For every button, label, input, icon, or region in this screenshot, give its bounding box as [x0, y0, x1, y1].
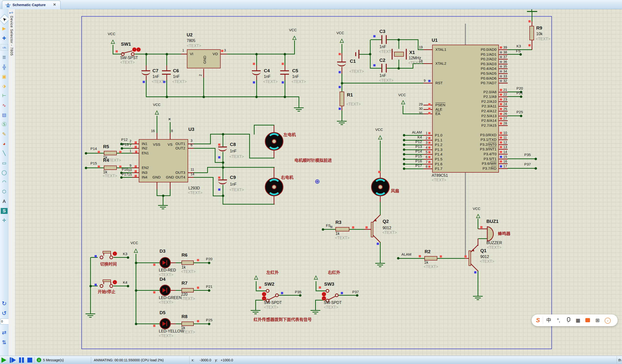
c9-ref: C9	[230, 175, 236, 180]
tab-schematic-capture[interactable]: Schematic Capture	[2, 0, 60, 9]
pin-number: 35	[503, 64, 507, 68]
pause-button[interactable]	[19, 357, 25, 363]
r9-ref: R9	[536, 25, 542, 31]
toolbar-tool[interactable]: ╲	[1, 150, 8, 157]
toolbar-tool[interactable]: A	[1, 198, 8, 205]
r9-resistor	[529, 26, 534, 40]
toolbar-tool[interactable]: ✛	[1, 217, 8, 224]
sogou-logo-icon[interactable]: S	[535, 317, 541, 324]
d4-ref: D4	[159, 277, 165, 282]
toolbar-tool[interactable]: ⬗	[1, 83, 8, 90]
toolbar-tool[interactable]: S	[1, 208, 8, 214]
sw3-toggle-up-icon[interactable]	[322, 292, 326, 296]
toolbar-tool[interactable]: Ⓢ	[1, 121, 8, 128]
toolbar-tool[interactable]: ≣	[1, 54, 8, 61]
toolbar-tool[interactable]: ◕	[1, 140, 8, 147]
ime-toolbar: S 中 °‚ ▦ ⊞ ᴗ	[532, 314, 618, 326]
sw1-contact	[131, 52, 135, 56]
sw3-contact	[326, 289, 329, 293]
punctuation-icon[interactable]: °‚	[555, 317, 562, 324]
toolbar-tool[interactable]: ▭	[1, 159, 8, 167]
sw2-ref: SW2	[264, 281, 274, 287]
toolbar-tool[interactable]: ⊢	[1, 92, 8, 99]
toolbar-tool[interactable]: ▣	[1, 73, 8, 80]
toolbar-tool[interactable]: ◯	[1, 169, 8, 176]
apps-grid-icon[interactable]: ⊞	[594, 317, 601, 324]
left-motor	[265, 132, 283, 151]
microphone-icon[interactable]	[565, 317, 572, 324]
vcc-terminal	[155, 109, 159, 115]
toolbar-tool[interactable]: ∿	[1, 102, 8, 109]
k3-button-bar	[103, 251, 111, 254]
emoji-face-icon[interactable]: ᴗ	[604, 317, 611, 324]
schematic-tab-icon	[6, 3, 11, 7]
keyboard-icon[interactable]: ▦	[575, 317, 582, 324]
vcc-terminal	[378, 134, 383, 140]
flip-horizontal-button[interactable]: ⇄	[1, 329, 8, 336]
message-count[interactable]: 5 Message(s)	[43, 358, 64, 362]
vcc-terminal	[476, 213, 481, 218]
left-motor-label: 左电机	[283, 131, 296, 137]
sw1-text: <TEXT>	[120, 60, 135, 65]
d5-led	[159, 318, 171, 329]
toolbar-tool[interactable]: ➤	[0, 14, 10, 25]
flip-vertical-button[interactable]: ⇅	[1, 339, 8, 346]
sw2-toggle-down-icon[interactable]	[262, 296, 266, 301]
toolbar-tool[interactable]: LBL	[1, 44, 8, 51]
cursor-y-value: +1000.0	[221, 358, 233, 362]
message-info-icon[interactable]	[37, 358, 41, 362]
toolbar-tool[interactable]: ▶	[1, 25, 8, 32]
q1-ref: Q1	[480, 248, 486, 254]
skin-icon[interactable]	[584, 317, 591, 324]
sw1-toggle-down-icon[interactable]	[136, 47, 141, 52]
sw3-type: SW-SPDT	[324, 301, 342, 305]
r2-resistor	[424, 256, 437, 260]
rotate-counterclockwise-button[interactable]: ↺	[1, 309, 8, 317]
ground-symbol	[85, 313, 95, 319]
rotation-angle-input[interactable]	[0, 319, 9, 325]
pin-name: P0.2/AD2	[437, 57, 496, 61]
net-label: P15	[404, 154, 422, 158]
r1-resistor	[340, 91, 344, 106]
toolbar-tool[interactable]: ✎	[1, 131, 8, 138]
sw1-toggle-up-icon[interactable]	[132, 47, 136, 52]
r1-ref: R1	[347, 92, 353, 98]
tab-close-icon[interactable]	[53, 2, 56, 7]
d3-ref: D3	[159, 249, 165, 254]
cursor-y-label: y:	[215, 358, 218, 362]
pin-number: 38	[503, 50, 507, 54]
play-button[interactable]	[1, 357, 6, 363]
k3-button-actuator[interactable]	[113, 252, 117, 256]
pin-number: 4	[420, 146, 428, 149]
fan-motor	[371, 178, 390, 196]
step-button[interactable]	[10, 357, 16, 363]
k4-button-contact	[109, 284, 113, 288]
k4-button-bar	[103, 279, 111, 282]
vcc-terminal	[313, 274, 318, 280]
rotate-clockwise-button[interactable]: ↻	[1, 300, 8, 307]
x1-ref: X1	[409, 50, 415, 55]
toolbar-tool[interactable]: ◠	[1, 179, 8, 186]
sw3-toggle-down-icon[interactable]	[322, 296, 326, 301]
toolbar-tool[interactable]: ▤	[1, 111, 8, 119]
c2-ref: C2	[379, 58, 385, 63]
pin-number: 32	[503, 79, 507, 83]
toolbar-tool[interactable]: ╬	[1, 63, 8, 71]
toolbar-tool[interactable]: ⬡	[1, 188, 8, 195]
ground-symbol	[337, 121, 347, 126]
chinese-mode-icon[interactable]: 中	[545, 317, 552, 324]
pin-number: 39	[503, 45, 507, 49]
k4-button-actuator[interactable]	[113, 280, 117, 284]
cursor-x-label: x:	[192, 358, 194, 362]
device-selector-panel[interactable]: ▸✛ Device Selector - 7805	[9, 9, 15, 356]
sw1-ref: SW1	[121, 41, 131, 47]
sw3-throw-contact	[335, 293, 339, 297]
d5-type: LED-YELLOW	[159, 329, 184, 333]
vcc-label: VCC	[108, 32, 116, 36]
buz1-part: BUZZER	[486, 241, 502, 245]
right-motor-label: 右电机	[281, 174, 293, 180]
sw2-toggle-up-icon[interactable]	[262, 292, 266, 296]
u2-ref: U2	[187, 32, 193, 37]
stop-button[interactable]	[27, 358, 32, 363]
toolbar-tool[interactable]: ✚	[1, 35, 8, 42]
